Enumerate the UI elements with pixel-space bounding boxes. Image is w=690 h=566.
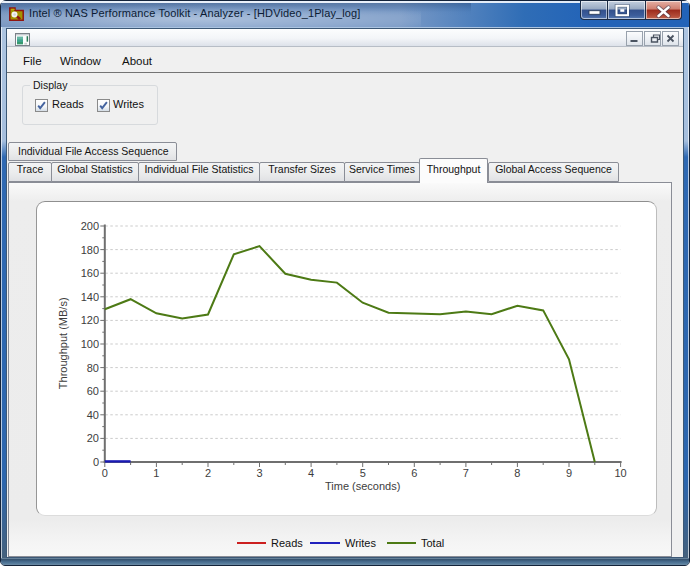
svg-text:160: 160 — [81, 267, 99, 279]
svg-text:7: 7 — [463, 467, 469, 479]
svg-text:Time (seconds): Time (seconds) — [325, 480, 400, 492]
svg-text:10: 10 — [614, 467, 626, 479]
svg-text:9: 9 — [566, 467, 572, 479]
svg-text:60: 60 — [87, 385, 99, 397]
svg-text:40: 40 — [87, 409, 99, 421]
svg-text:1: 1 — [153, 467, 159, 479]
svg-text:180: 180 — [81, 244, 99, 256]
svg-text:4: 4 — [308, 467, 314, 479]
svg-text:3: 3 — [256, 467, 262, 479]
svg-text:20: 20 — [87, 432, 99, 444]
svg-text:6: 6 — [411, 467, 417, 479]
svg-text:5: 5 — [360, 467, 366, 479]
svg-text:140: 140 — [81, 291, 99, 303]
svg-text:0: 0 — [102, 467, 108, 479]
svg-text:100: 100 — [81, 338, 99, 350]
svg-text:0: 0 — [93, 456, 99, 468]
svg-text:2: 2 — [205, 467, 211, 479]
svg-text:Throughput (MB/s): Throughput (MB/s) — [57, 297, 69, 389]
svg-text:80: 80 — [87, 362, 99, 374]
svg-text:200: 200 — [81, 220, 99, 232]
svg-text:120: 120 — [81, 314, 99, 326]
svg-text:8: 8 — [514, 467, 520, 479]
